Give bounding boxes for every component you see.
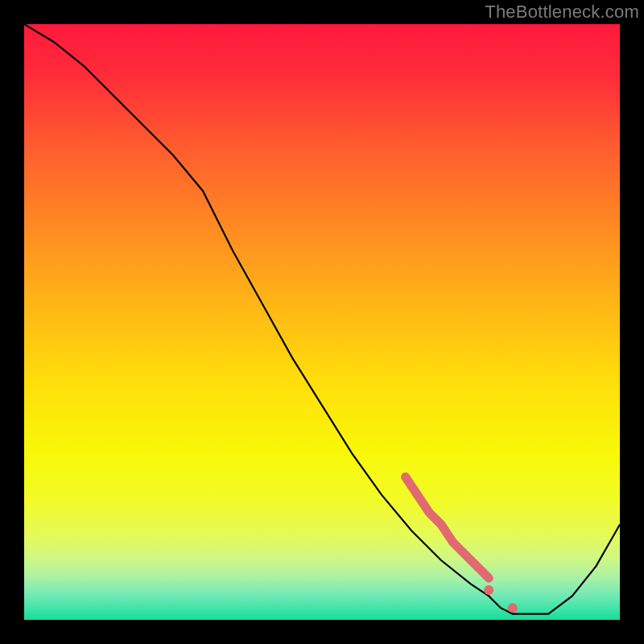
bottleneck-chart: [24, 24, 620, 620]
gradient-background: [24, 24, 620, 620]
chart-frame: [24, 24, 620, 620]
highlight-dot: [484, 585, 493, 595]
watermark-text: TheBottleneck.com: [485, 2, 639, 23]
highlight-dot: [508, 603, 518, 613]
